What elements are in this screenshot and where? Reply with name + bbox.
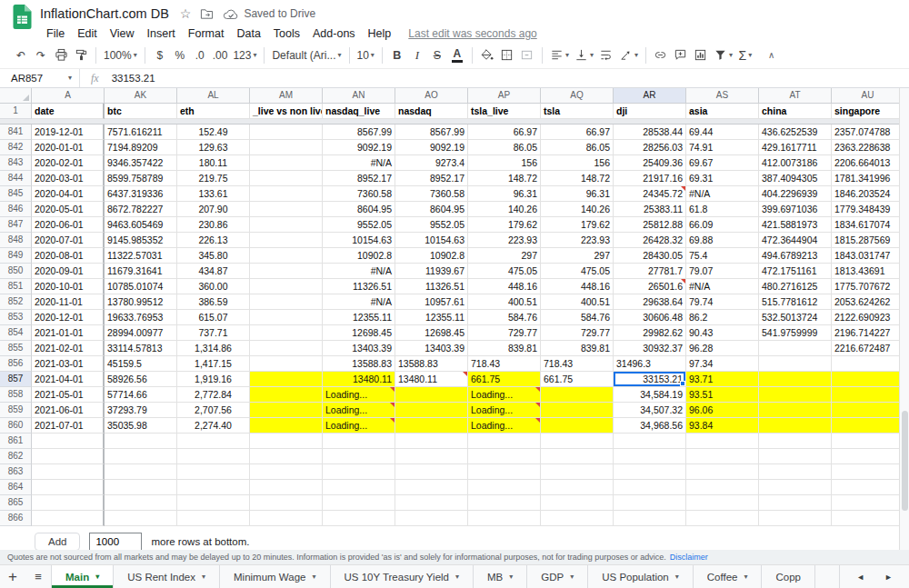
cell-AT855[interactable] bbox=[759, 341, 832, 356]
sheet-tab-us-rent-index[interactable]: US Rent Index▾ bbox=[114, 565, 220, 588]
menu-file[interactable]: File bbox=[40, 27, 71, 40]
cell-AP866[interactable] bbox=[468, 511, 541, 526]
name-box[interactable]: AR857 ▾ bbox=[0, 69, 80, 87]
insert-comment-button[interactable] bbox=[671, 45, 691, 66]
cell-AM866[interactable] bbox=[250, 511, 323, 526]
cell-AO848[interactable]: 10154.63 bbox=[395, 233, 468, 248]
cell-AO860[interactable] bbox=[395, 418, 468, 434]
cell-AK849[interactable]: 11322.57031 bbox=[105, 248, 177, 264]
saved-status[interactable]: Saved to Drive bbox=[223, 7, 315, 20]
cell-AU844[interactable]: 1781.341996 bbox=[832, 171, 904, 186]
cell-AM860[interactable] bbox=[250, 418, 323, 434]
cell-AL848[interactable]: 226.13 bbox=[177, 233, 250, 248]
cell-AL847[interactable]: 230.86 bbox=[177, 217, 250, 233]
all-sheets-button[interactable]: ≡ bbox=[25, 565, 51, 588]
cell-AL859[interactable]: 2,707.56 bbox=[177, 403, 250, 418]
paint-format-button[interactable] bbox=[71, 45, 91, 66]
cell-AQ841[interactable]: 66.97 bbox=[541, 125, 614, 140]
cell-AN856[interactable]: 13588.83 bbox=[323, 356, 395, 372]
sheets-logo-icon[interactable] bbox=[13, 5, 32, 33]
row-header-850[interactable]: 850 bbox=[0, 264, 32, 279]
cell-AN849[interactable]: 10902.8 bbox=[323, 248, 395, 264]
cell-AT849[interactable]: 494.6789213 bbox=[759, 248, 832, 264]
cell-AT865[interactable] bbox=[759, 495, 832, 511]
cell-AQ842[interactable]: 86.05 bbox=[541, 140, 614, 155]
add-sheet-button[interactable]: + bbox=[0, 565, 25, 588]
cell-AS860[interactable]: 93.84 bbox=[686, 418, 759, 434]
cell-AS844[interactable]: 69.31 bbox=[686, 171, 759, 186]
cell-AR865[interactable] bbox=[614, 495, 686, 511]
cell-AL850[interactable]: 434.87 bbox=[177, 264, 250, 279]
cell-AS855[interactable]: 96.28 bbox=[686, 341, 759, 356]
cell-AR848[interactable]: 26428.32 bbox=[614, 233, 686, 248]
menu-help[interactable]: Help bbox=[362, 27, 398, 40]
field-dji[interactable]: dji bbox=[614, 104, 686, 119]
cell-AU842[interactable]: 2363.228638 bbox=[832, 140, 904, 155]
cell-AN864[interactable] bbox=[323, 480, 395, 495]
cell-AT860[interactable] bbox=[759, 418, 832, 434]
cell-AS856[interactable]: 97.34 bbox=[686, 356, 759, 372]
chevron-down-icon[interactable]: ▾ bbox=[312, 573, 315, 581]
cell-A857[interactable]: 2021-04-01 bbox=[32, 372, 105, 387]
cell-A854[interactable]: 2021-01-01 bbox=[32, 325, 105, 341]
chevron-down-icon[interactable]: ▾ bbox=[95, 573, 99, 581]
cell-AL841[interactable]: 152.49 bbox=[177, 125, 250, 140]
cell-AT864[interactable] bbox=[759, 480, 832, 495]
cell-AT846[interactable]: 399.6971036 bbox=[759, 202, 832, 217]
sheet-tab-coffee[interactable]: Coffee▾ bbox=[694, 565, 763, 588]
column-header-AO[interactable]: AO bbox=[395, 88, 468, 104]
row-header-865[interactable]: 865 bbox=[0, 495, 32, 511]
cell-AM844[interactable] bbox=[250, 171, 323, 186]
cell-AS845[interactable]: #N/A bbox=[686, 186, 759, 202]
field-nasdaq[interactable]: nasdaq bbox=[395, 104, 468, 119]
collapse-toolbar-icon[interactable]: ∧ bbox=[768, 50, 774, 60]
functions-button[interactable]: Σ▾ bbox=[735, 45, 755, 66]
zoom-select[interactable]: 100%▾ bbox=[101, 45, 140, 66]
cell-AL852[interactable]: 386.59 bbox=[177, 294, 250, 310]
cell-AL855[interactable]: 1,314.86 bbox=[177, 341, 250, 356]
cell-A859[interactable]: 2021-06-01 bbox=[32, 403, 105, 418]
cell-AK850[interactable]: 11679.31641 bbox=[105, 264, 177, 279]
star-icon[interactable]: ☆ bbox=[180, 6, 192, 21]
cell-AR841[interactable]: 28538.44 bbox=[614, 125, 686, 140]
field-eth[interactable]: eth bbox=[177, 104, 250, 119]
column-header-AL[interactable]: AL bbox=[177, 88, 250, 104]
cell-A847[interactable]: 2020-06-01 bbox=[32, 217, 105, 233]
document-title[interactable]: InflationChart.com DB bbox=[40, 6, 169, 21]
cell-AO857[interactable]: 13480.11 bbox=[395, 372, 468, 387]
cell-AT853[interactable]: 532.5013724 bbox=[759, 310, 832, 325]
cell-A848[interactable]: 2020-07-01 bbox=[32, 233, 105, 248]
cell-AP854[interactable]: 729.77 bbox=[468, 325, 541, 341]
row-header-848[interactable]: 848 bbox=[0, 233, 32, 248]
cell-AK841[interactable]: 7571.616211 bbox=[105, 125, 177, 140]
cell-AR843[interactable]: 25409.36 bbox=[614, 155, 686, 171]
cell-AR859[interactable]: 34,507.32 bbox=[614, 403, 686, 418]
cell-AQ862[interactable] bbox=[541, 449, 614, 464]
cell-AT851[interactable]: 480.2716125 bbox=[759, 279, 832, 294]
cell-AN850[interactable]: #N/A bbox=[323, 264, 395, 279]
cell-AT859[interactable] bbox=[759, 403, 832, 418]
cell-AU856[interactable] bbox=[832, 356, 904, 372]
column-header-AT[interactable]: AT bbox=[759, 88, 832, 104]
cell-AS862[interactable] bbox=[686, 449, 759, 464]
cell-A864[interactable] bbox=[32, 480, 105, 495]
cell-AU859[interactable] bbox=[832, 403, 904, 418]
cell-AM848[interactable] bbox=[250, 233, 323, 248]
cell-A851[interactable]: 2020-10-01 bbox=[32, 279, 105, 294]
cell-AN843[interactable]: #N/A bbox=[323, 155, 395, 171]
merge-cells-button[interactable] bbox=[517, 45, 537, 66]
cell-AS841[interactable]: 69.44 bbox=[686, 125, 759, 140]
cell-AP844[interactable]: 148.72 bbox=[468, 171, 541, 186]
cell-AK842[interactable]: 7194.89209 bbox=[105, 140, 177, 155]
chevron-down-icon[interactable]: ▾ bbox=[570, 573, 574, 581]
cell-AK862[interactable] bbox=[105, 449, 177, 464]
cell-AS846[interactable]: 61.8 bbox=[686, 202, 759, 217]
cell-AK853[interactable]: 19633.76953 bbox=[105, 310, 177, 325]
cell-AR862[interactable] bbox=[614, 449, 686, 464]
row-header-852[interactable]: 852 bbox=[0, 294, 32, 310]
font-select[interactable]: Default (Ari...▾ bbox=[269, 45, 344, 66]
cell-AO856[interactable]: 13588.83 bbox=[395, 356, 468, 372]
italic-button[interactable]: I bbox=[407, 45, 427, 66]
cell-AU855[interactable]: 2216.672487 bbox=[832, 341, 904, 356]
move-folder-icon[interactable] bbox=[200, 7, 214, 21]
